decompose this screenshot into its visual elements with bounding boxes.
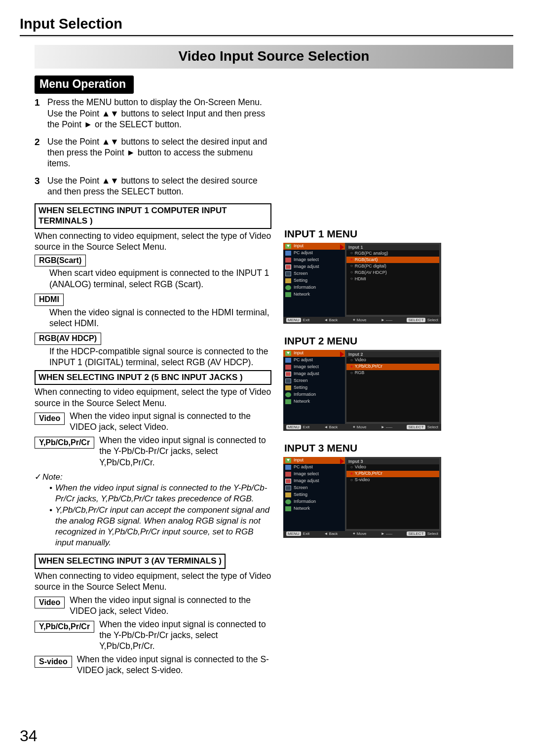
nav-move: Move <box>357 531 367 536</box>
osd-sidebar-item: Image select <box>283 257 345 264</box>
menu-icon <box>285 378 291 383</box>
osd-sidebar-label: Image select <box>294 364 319 370</box>
select-tag: SELECT <box>407 531 425 536</box>
page-header: Input Selection <box>20 15 513 36</box>
note-list: When the video input signal is connected… <box>35 483 271 548</box>
nav-move: Move <box>357 318 367 322</box>
osd-sidebar-label: Image adjust <box>294 264 319 270</box>
osd-sidebar-item: Screen <box>283 485 345 491</box>
rgbav-text: If the HDCP-compatible signal source is … <box>35 346 271 368</box>
svideo-label: S-video <box>35 656 72 668</box>
menu-icon <box>285 372 291 377</box>
osd-sidebar-label: PC adjust <box>294 464 313 470</box>
note-label: Note: <box>35 472 271 483</box>
osd-sidebar-label: Information <box>294 499 316 505</box>
osd-sidebar-label: Image select <box>294 257 319 263</box>
osd-sidebar: InputPC adjustImage selectImage adjustSc… <box>283 457 345 531</box>
menu-icon <box>285 472 291 477</box>
menu-tag: MENU <box>286 425 301 429</box>
menu-icon <box>285 258 291 263</box>
osd-option: HDMI <box>346 276 439 282</box>
osd-sidebar-label: Network <box>294 506 310 512</box>
osd-sidebar-item: Input <box>283 457 345 464</box>
osd-input2: InputPC adjustImage selectImage adjustSc… <box>283 350 441 431</box>
osd-sidebar: InputPC adjustImage selectImage adjustSc… <box>283 243 345 317</box>
osd-sidebar-item: Screen <box>283 270 345 277</box>
osd-sidebar-item: Setting <box>283 491 345 498</box>
osd-sidebar-item: Information <box>283 391 345 398</box>
osd-options-panel: Input 3 VideoY,Pb/Cb,Pr/CrS-video <box>346 458 439 529</box>
right-column: INPUT 1 MENU InputPC adjustImage selectI… <box>283 76 513 676</box>
nav-select: Select <box>427 425 438 429</box>
menu-icon <box>285 385 291 390</box>
osd-sidebar-item: Input <box>283 350 345 357</box>
nav-select: Select <box>427 318 438 322</box>
osd-sidebar-label: Setting <box>294 278 307 284</box>
input1-heading-box: WHEN SELECTING INPUT 1 COMPUTER INPUT TE… <box>35 203 271 229</box>
menu-tag: MENU <box>286 531 301 536</box>
osd-sidebar-item: PC adjust <box>283 464 345 471</box>
select-tag: SELECT <box>407 425 425 429</box>
nav-dash: ----- <box>386 425 392 429</box>
osd-option: S-video <box>346 477 439 484</box>
nav-exit: Exit <box>303 318 309 322</box>
osd-panel-header: Input 1 <box>346 244 439 250</box>
menu-icon <box>285 292 291 297</box>
osd-panel-header: Input 3 <box>346 458 439 464</box>
osd-input3: InputPC adjustImage selectImage adjustSc… <box>283 457 441 538</box>
osd-option: RGB(PC analog) <box>346 250 439 257</box>
input2-menu-title: INPUT 2 MENU <box>284 335 513 348</box>
nav-select: Select <box>427 531 438 536</box>
menu-icon <box>285 365 291 370</box>
page-number: 34 <box>20 726 38 746</box>
menu-operation-heading: Menu Operation <box>35 76 134 94</box>
menu-icon <box>285 465 291 470</box>
rgb-scart-label: RGB(Scart) <box>35 255 86 266</box>
osd-sidebar-item: Screen <box>283 378 345 384</box>
menu-icon <box>285 244 291 249</box>
osd-sidebar-item: PC adjust <box>283 357 345 364</box>
menu-icon <box>285 271 291 276</box>
arrow-icon <box>340 244 344 250</box>
osd-sidebar-item: Setting <box>283 277 345 284</box>
input1-intro: When connecting to video equipment, sele… <box>35 230 271 253</box>
menu-icon <box>285 492 291 497</box>
menu-icon <box>285 392 291 397</box>
menu-icon <box>285 486 291 491</box>
osd-sidebar-item: Network <box>283 505 345 512</box>
osd-sidebar-label: Network <box>294 399 310 405</box>
arrow-icon <box>340 458 344 464</box>
osd-sidebar-item: Network <box>283 398 345 405</box>
osd-input1: InputPC adjustImage selectImage adjustSc… <box>283 243 441 324</box>
step-num: 2 <box>35 136 47 169</box>
osd-sidebar-item: Image adjust <box>283 264 345 270</box>
input2-intro: When connecting to video equipment, sele… <box>35 386 271 409</box>
osd-sidebar-label: Image adjust <box>294 371 319 377</box>
section-banner: Video Input Source Selection <box>35 45 513 69</box>
osd-option: RGB <box>346 370 439 377</box>
nav-move: Move <box>357 425 367 429</box>
osd-option: RGB(Scart) <box>346 257 439 263</box>
ypbcb-text-input3: When the video input signal is connected… <box>99 619 271 652</box>
step-num: 3 <box>35 175 47 197</box>
nav-back: Back <box>329 425 338 429</box>
ypbcb-text-input2: When the video input signal is connected… <box>99 435 271 468</box>
step-num: 1 <box>35 97 47 130</box>
osd-sidebar-label: Input <box>294 243 304 249</box>
menu-tag: MENU <box>286 318 301 322</box>
video-label-3: Video <box>35 597 65 608</box>
hdmi-text: When the video signal is connected to th… <box>35 307 271 329</box>
osd-option: Video <box>346 357 439 364</box>
osd-sidebar-label: Network <box>294 292 310 298</box>
osd-sidebar-item: Image select <box>283 364 345 371</box>
input3-heading-box: WHEN SELECTING INPUT 3 (AV TERMINALS ) <box>35 554 226 569</box>
osd-sidebar-item: Information <box>283 498 345 505</box>
osd-sidebar-item: Image adjust <box>283 478 345 485</box>
osd-navbar: MENU Exit ◄ Back ✦ Move ► ----- SELECT S… <box>283 424 441 431</box>
osd-panel-header: Input 2 <box>346 351 439 357</box>
ypbcb-label: Y,Pb/Cb,Pr/Cr <box>35 437 94 449</box>
menu-icon <box>285 265 291 269</box>
osd-sidebar-label: PC adjust <box>294 357 313 363</box>
input3-menu-title: INPUT 3 MENU <box>284 442 513 455</box>
input1-menu-title: INPUT 1 MENU <box>284 227 513 241</box>
